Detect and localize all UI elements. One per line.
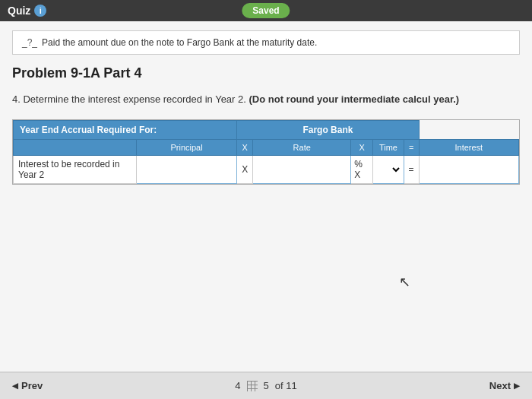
transaction-text: Paid the amount due on the note to Fargo… xyxy=(42,37,317,48)
accrual-table: Year End Accrual Required For: Fargo Ban… xyxy=(12,119,520,185)
main-content: _?_ Paid the amount due on the note to F… xyxy=(0,21,532,372)
time-dropdown[interactable]: 1 2 0.5 xyxy=(375,164,401,175)
problem-title: Problem 9-1A Part 4 xyxy=(12,65,520,81)
header2-interest: Interest xyxy=(419,139,518,155)
table-header-row-1: Year End Accrual Required For: Fargo Ban… xyxy=(14,120,519,139)
page-number: 4 xyxy=(235,380,240,391)
header2-x2: X xyxy=(351,139,373,155)
interest-result-cell[interactable] xyxy=(419,155,518,183)
rate-input[interactable] xyxy=(255,157,349,182)
bottom-bar: Prev 4 5 of 11 Next xyxy=(0,372,532,399)
problem-desc-text: Determine the interest expense recorded … xyxy=(23,93,245,105)
problem-description: 4. Determine the interest expense record… xyxy=(12,92,520,107)
principal-input[interactable] xyxy=(138,157,235,182)
percent-x-cell: % X xyxy=(351,155,373,183)
header2-spacer xyxy=(14,139,137,155)
header2-principal: Principal xyxy=(136,139,236,155)
page-info: 4 5 of 11 xyxy=(235,380,296,391)
header2-rate: Rate xyxy=(253,139,351,155)
cursor: ↖ xyxy=(399,274,410,290)
row-label: Interest to be recorded in Year 2 xyxy=(14,155,137,183)
problem-bold-note: (Do not round your intermediate calcul y… xyxy=(249,93,460,105)
of-text: of 11 xyxy=(275,380,297,391)
header-col1: Year End Accrual Required For: xyxy=(14,120,237,139)
next-button[interactable]: Next xyxy=(489,380,520,391)
prev-button[interactable]: Prev xyxy=(12,380,43,391)
transaction-note: _?_ Paid the amount due on the note to F… xyxy=(12,30,520,55)
quiz-text: Quiz xyxy=(8,5,30,17)
header2-time: Time xyxy=(373,139,404,155)
next-label: Next xyxy=(489,380,511,391)
dash-label: _?_ xyxy=(22,37,37,48)
header-col2: Fargo Bank xyxy=(237,120,419,139)
principal-input-cell[interactable] xyxy=(136,155,236,183)
header2-equals: = xyxy=(404,139,419,155)
rate-input-cell[interactable] xyxy=(253,155,351,183)
quiz-label: Quiz i xyxy=(8,5,46,17)
equals-cell: = xyxy=(404,155,419,183)
prev-label: Prev xyxy=(21,380,43,391)
info-icon[interactable]: i xyxy=(34,5,46,17)
problem-number: 4. xyxy=(12,93,21,105)
header2-x1: X xyxy=(237,139,253,155)
table-header-row-2: Principal X Rate X Time = Interest xyxy=(14,139,519,155)
table-row: Interest to be recorded in Year 2 X % X … xyxy=(14,155,519,183)
x-operator-1: X xyxy=(237,155,253,183)
time-dropdown-cell[interactable]: 1 2 0.5 xyxy=(373,155,404,183)
page-separator: 5 xyxy=(264,380,269,391)
top-bar: Quiz i Saved xyxy=(0,0,532,21)
saved-badge: Saved xyxy=(242,3,290,18)
grid-icon xyxy=(247,381,258,391)
interest-result-input[interactable] xyxy=(421,157,517,182)
